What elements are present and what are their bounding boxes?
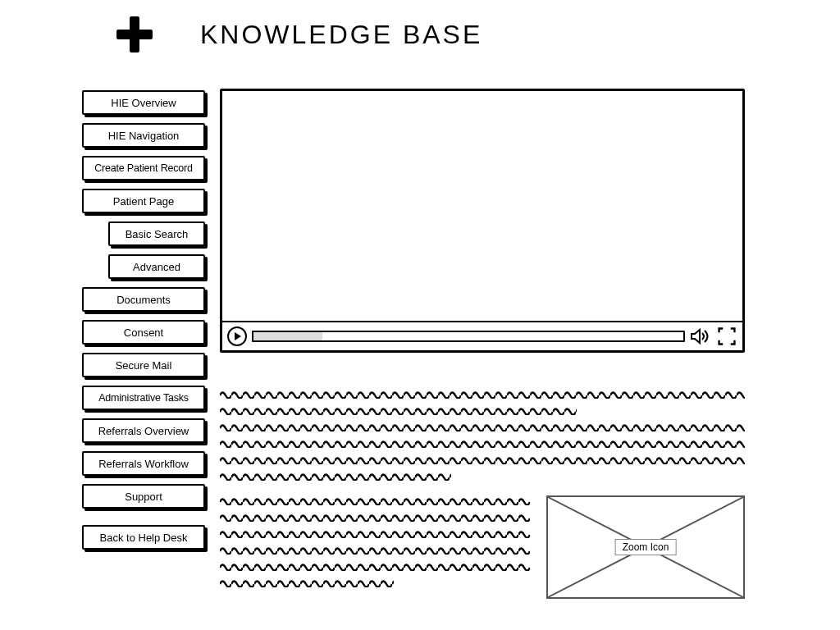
sidebar-item-advanced[interactable]: Advanced — [108, 254, 205, 279]
image-placeholder[interactable]: Zoom Icon — [546, 495, 745, 599]
sidebar-item-label: Secure Mail — [116, 359, 172, 372]
sidebar-item-consent[interactable]: Consent — [82, 320, 205, 345]
sidebar-item-label: Referrals Overview — [98, 425, 189, 437]
video-canvas[interactable] — [222, 91, 742, 321]
sidebar-item-documents[interactable]: Documents — [82, 287, 205, 312]
video-player — [220, 89, 745, 353]
sidebar-item-secure-mail[interactable]: Secure Mail — [82, 353, 205, 377]
volume-button[interactable] — [690, 327, 711, 345]
article-lower-row: Zoom Icon — [220, 495, 745, 599]
article-body-placeholder — [220, 389, 745, 481]
sidebar-item-support[interactable]: Support — [82, 484, 205, 509]
sidebar-item-back-to-help-desk[interactable]: Back to Help Desk — [82, 525, 205, 550]
video-progress-fill — [253, 332, 322, 340]
sidebar-item-label: HIE Overview — [111, 97, 176, 109]
article-secondary-text-placeholder — [220, 495, 530, 594]
sidebar-item-label: Advanced — [133, 261, 180, 273]
fullscreen-icon — [716, 326, 737, 347]
sidebar-item-label: Basic Search — [126, 228, 189, 240]
sidebar-item-create-patient-record[interactable]: Create Patient Record — [82, 156, 205, 180]
play-button[interactable] — [227, 326, 247, 346]
image-placeholder-label: Zoom Icon — [615, 539, 677, 555]
sidebar-item-label: Patient Page — [113, 195, 174, 208]
sidebar-item-label: Referrals Workflow — [98, 458, 189, 470]
sidebar-item-label: Documents — [116, 294, 171, 306]
sidebar-item-referrals-overview[interactable]: Referrals Overview — [82, 418, 205, 443]
page-title: KNOWLEDGE BASE — [200, 20, 482, 50]
sidebar-item-label: Create Patient Record — [94, 162, 192, 174]
main-content: Zoom Icon — [220, 89, 745, 599]
fullscreen-button[interactable] — [716, 327, 737, 345]
sidebar-item-basic-search[interactable]: Basic Search — [108, 221, 205, 246]
page-header: KNOWLEDGE BASE — [115, 15, 482, 54]
sidebar-item-administrative-tasks[interactable]: Administrative Tasks — [82, 386, 205, 410]
sidebar-item-label: Back to Help Desk — [100, 532, 188, 544]
sidebar-item-label: Administrative Tasks — [98, 392, 189, 404]
sidebar-nav: HIE Overview HIE Navigation Create Patie… — [82, 90, 205, 550]
sidebar-item-patient-page[interactable]: Patient Page — [82, 189, 205, 213]
volume-icon — [690, 327, 711, 345]
sidebar-item-referrals-workflow[interactable]: Referrals Workflow — [82, 451, 205, 476]
video-controls — [222, 321, 742, 350]
video-progress-bar[interactable] — [252, 331, 685, 342]
sidebar-item-label: Consent — [124, 326, 163, 339]
play-icon — [235, 332, 241, 340]
plus-icon — [115, 15, 154, 54]
sidebar-item-hie-navigation[interactable]: HIE Navigation — [82, 123, 205, 148]
sidebar-item-label: HIE Navigation — [108, 130, 180, 142]
sidebar-item-hie-overview[interactable]: HIE Overview — [82, 90, 205, 115]
sidebar-item-label: Support — [125, 491, 162, 503]
